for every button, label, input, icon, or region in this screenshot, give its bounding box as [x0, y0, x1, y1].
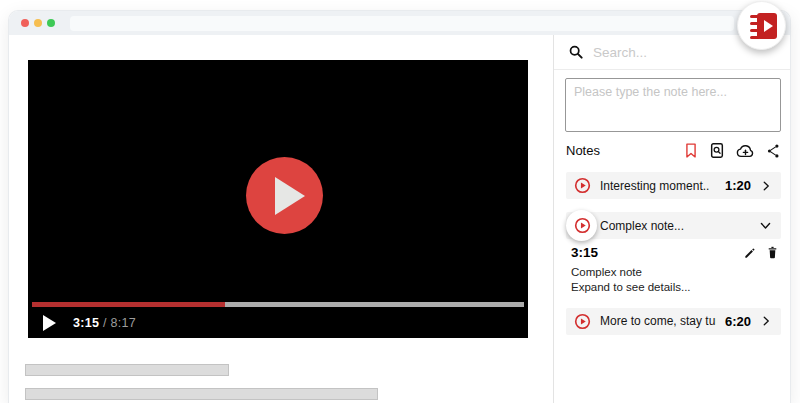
progress-bar[interactable] [32, 302, 524, 307]
note-detail-line: Expand to see details... [571, 280, 779, 295]
note-row-complex-note[interactable]: Complex note... [566, 212, 781, 239]
note-row-interesting-moment[interactable]: Interesting moment.. 1:20 [566, 172, 781, 199]
note-play-icon[interactable] [574, 313, 591, 330]
bookmark-icon[interactable] [684, 142, 698, 159]
progress-fill [32, 302, 225, 307]
address-bar[interactable] [70, 16, 734, 31]
duration: 8:17 [111, 316, 137, 330]
browser-window: 3:15 / 8:17 Notes [8, 10, 791, 403]
share-icon[interactable] [766, 143, 781, 159]
maximize-window-button[interactable] [47, 19, 55, 27]
note-timestamp: 3:15 [571, 245, 734, 260]
skeleton-subtitle-bar [25, 388, 378, 400]
document-search-icon[interactable] [709, 142, 725, 159]
skeleton-title-bar [25, 364, 229, 376]
play-control-icon[interactable] [43, 315, 56, 331]
video-player[interactable]: 3:15 / 8:17 [28, 60, 528, 338]
edit-icon[interactable] [743, 246, 757, 260]
note-title: Interesting moment.. [600, 179, 716, 193]
time-display: 3:15 / 8:17 [73, 316, 136, 330]
chevron-right-icon[interactable] [760, 315, 772, 327]
note-title: More to come, stay tuned! [600, 314, 716, 328]
current-time: 3:15 [73, 316, 99, 330]
note-play-icon[interactable] [574, 217, 591, 234]
chevron-down-icon[interactable] [759, 219, 772, 232]
youtube-notes-logo-icon [750, 13, 778, 40]
minimize-window-button[interactable] [34, 19, 42, 27]
notes-label: Notes [566, 143, 673, 158]
note-detail-line: Complex note [571, 265, 779, 280]
notes-sidebar: Notes Interesting moment.. 1:20 [553, 35, 790, 403]
play-icon [275, 177, 305, 215]
close-window-button[interactable] [21, 19, 29, 27]
time-separator: / [103, 316, 111, 330]
notes-header: Notes [566, 142, 781, 159]
note-input[interactable] [565, 78, 781, 132]
big-play-button[interactable] [246, 157, 323, 234]
delete-icon[interactable] [766, 245, 779, 260]
cloud-add-icon[interactable] [736, 143, 755, 158]
note-timestamp: 6:20 [725, 314, 751, 329]
note-expanded-header: 3:15 [571, 245, 779, 260]
note-title: Complex note... [600, 219, 750, 233]
extension-badge[interactable] [737, 1, 786, 50]
browser-toolbar [9, 11, 790, 35]
note-timestamp: 1:20 [725, 178, 751, 193]
chevron-right-icon[interactable] [760, 180, 772, 192]
note-play-icon[interactable] [574, 177, 591, 194]
note-expanded-panel: 3:15 Complex note Expand to see details.… [566, 239, 781, 295]
note-details: Complex note Expand to see details... [571, 265, 779, 295]
note-row-more-to-come[interactable]: More to come, stay tuned! 6:20 [566, 308, 781, 335]
search-icon [568, 44, 584, 60]
notes-list: Interesting moment.. 1:20 Complex note..… [566, 172, 781, 335]
